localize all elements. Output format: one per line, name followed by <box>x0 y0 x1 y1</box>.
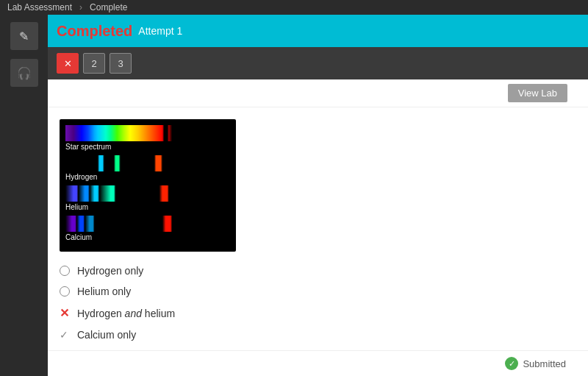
breadcrumb-lab: Lab Assessment <box>7 2 72 13</box>
spectrum-image: Star spectrum Hydrogen Helium Calcium <box>60 119 236 252</box>
scroll-area[interactable]: Star spectrum Hydrogen Helium Calcium <box>48 107 588 350</box>
radio-hydrogen-only[interactable] <box>60 266 70 276</box>
attempt-label: Attempt 1 <box>138 25 182 37</box>
option-hydrogen-only-text: Hydrogen only <box>77 265 143 277</box>
options-list: Hydrogen only Helium only ✕ Hydrogen and… <box>60 265 566 341</box>
hydrogen-row: Hydrogen <box>65 155 230 181</box>
option-hydrogen-and-helium: ✕ Hydrogen and helium <box>60 306 566 320</box>
audio-button[interactable]: 🎧 <box>10 59 38 87</box>
star-spectrum-label: Star spectrum <box>65 143 230 151</box>
star-spectrum-bar <box>65 125 227 141</box>
submitted-badge: ✓ Submitted <box>505 357 566 370</box>
helium-row: Helium <box>65 185 230 211</box>
hydrogen-label: Hydrogen <box>65 173 230 181</box>
option-calcium-only-text: Calcium only <box>77 329 136 341</box>
breadcrumb-complete: Complete <box>90 2 127 13</box>
wrong-icon: ✕ <box>60 306 70 320</box>
calcium-label: Calcium <box>65 233 230 241</box>
option-hydrogen-helium-text: Hydrogen and helium <box>77 308 175 319</box>
star-spectrum-row: Star spectrum <box>65 125 230 151</box>
attempt-3-button[interactable]: 3 <box>110 53 132 74</box>
attempt-row: ✕ 2 3 <box>48 47 588 79</box>
breadcrumb-separator: › <box>79 2 82 13</box>
attempt-2-button[interactable]: 2 <box>83 53 105 74</box>
edit-button[interactable]: ✎ <box>10 22 38 50</box>
calcium-bar <box>65 216 227 232</box>
calcium-row: Calcium <box>65 216 230 241</box>
submitted-check-icon: ✓ <box>505 357 518 370</box>
cancel-button[interactable]: ✕ <box>57 53 79 74</box>
hydrogen-bar <box>65 155 227 171</box>
main-area: Completed Attempt 1 ✕ 2 3 View Lab Star … <box>48 15 588 376</box>
edit-icon: ✎ <box>19 29 29 43</box>
completed-banner: Completed Attempt 1 <box>48 15 588 47</box>
headphones-icon: 🎧 <box>17 66 32 80</box>
content-footer: ✓ Submitted <box>48 350 588 376</box>
check-icon: ✓ <box>60 329 70 341</box>
submitted-label: Submitted <box>523 358 566 369</box>
option-helium-only: Helium only <box>60 285 566 297</box>
content-panel: View Lab Star spectrum Hydrogen <box>48 79 588 376</box>
completed-label: Completed <box>57 23 132 40</box>
option-hydrogen-only: Hydrogen only <box>60 265 566 277</box>
sidebar: ✎ 🎧 <box>0 15 48 376</box>
main-layout: ✎ 🎧 Completed Attempt 1 ✕ 2 3 View Lab <box>0 15 588 376</box>
content-header: View Lab <box>48 79 588 107</box>
option-helium-only-text: Helium only <box>77 285 131 297</box>
helium-label: Helium <box>65 203 230 211</box>
top-nav: Lab Assessment › Complete <box>0 0 588 15</box>
helium-bar <box>65 185 227 202</box>
view-lab-button[interactable]: View Lab <box>508 84 567 102</box>
radio-helium-only[interactable] <box>60 286 70 297</box>
option-calcium-only: ✓ Calcium only <box>60 329 566 341</box>
